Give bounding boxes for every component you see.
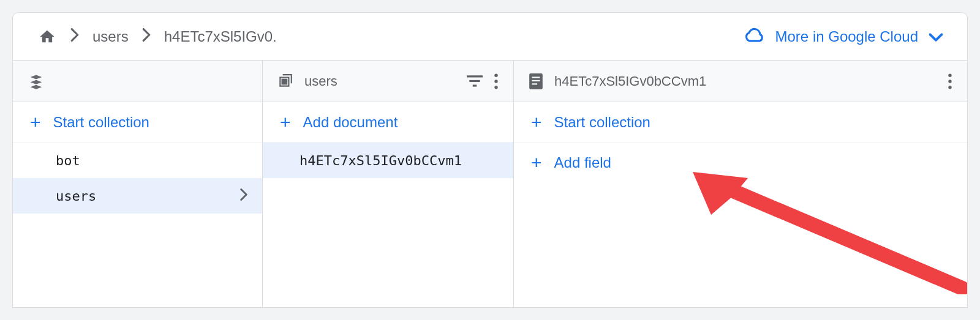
more-cloud-label: More in Google Cloud bbox=[775, 28, 918, 45]
add-field-button[interactable]: + Add field bbox=[514, 143, 967, 183]
top-bar: users h4ETc7xSl5IGv0. More in Google Clo… bbox=[13, 13, 967, 61]
column-collection-header: users bbox=[263, 61, 513, 102]
svg-point-11 bbox=[948, 73, 951, 76]
svg-rect-10 bbox=[532, 83, 538, 84]
column-document: h4ETc7xSl5IGv0bCCvm1 + Start collection … bbox=[514, 61, 967, 307]
chevron-right-icon bbox=[70, 28, 79, 45]
cloud-icon bbox=[744, 27, 764, 47]
firestore-panel: users h4ETc7xSl5IGv0. More in Google Clo… bbox=[12, 12, 968, 308]
svg-rect-3 bbox=[473, 84, 477, 86]
svg-rect-2 bbox=[469, 80, 480, 81]
svg-rect-9 bbox=[532, 80, 540, 81]
svg-point-12 bbox=[948, 80, 951, 83]
chevron-down-icon bbox=[929, 28, 943, 45]
collection-header-title: users bbox=[304, 73, 456, 89]
svg-rect-8 bbox=[532, 76, 540, 78]
action-label: Add document bbox=[303, 114, 398, 131]
svg-point-6 bbox=[494, 86, 497, 89]
plus-icon: + bbox=[531, 154, 542, 172]
breadcrumb-item-doc[interactable]: h4ETc7xSl5IGv0. bbox=[164, 28, 277, 45]
action-label: Add field bbox=[554, 154, 611, 171]
filter-icon[interactable] bbox=[467, 75, 483, 87]
breadcrumb: users h4ETc7xSl5IGv0. bbox=[37, 28, 277, 45]
plus-icon: + bbox=[30, 113, 41, 132]
action-label: Start collection bbox=[53, 114, 149, 131]
svg-rect-1 bbox=[467, 75, 483, 77]
svg-rect-0 bbox=[282, 78, 288, 84]
svg-point-13 bbox=[948, 86, 951, 89]
home-icon[interactable] bbox=[37, 28, 57, 45]
collection-item-bot[interactable]: bot bbox=[13, 143, 262, 178]
collection-label: users bbox=[56, 188, 96, 204]
column-root: + Start collection bot users bbox=[13, 61, 263, 307]
svg-point-4 bbox=[494, 73, 497, 76]
chevron-right-icon bbox=[240, 188, 247, 204]
action-label: Start collection bbox=[554, 114, 650, 131]
column-document-header: h4ETc7xSl5IGv0bCCvm1 bbox=[514, 61, 967, 102]
collection-item-users[interactable]: users bbox=[13, 178, 262, 214]
add-document-button[interactable]: + Add document bbox=[263, 102, 513, 143]
more-vert-icon[interactable] bbox=[948, 73, 952, 89]
more-vert-icon[interactable] bbox=[494, 73, 499, 89]
more-in-google-cloud-button[interactable]: More in Google Cloud bbox=[744, 27, 943, 47]
chevron-right-icon bbox=[142, 28, 151, 45]
plus-icon: + bbox=[531, 113, 542, 132]
plus-icon: + bbox=[280, 113, 291, 132]
database-root-icon bbox=[28, 73, 45, 90]
column-collection: users + Add document h4ETc7xSl5IGv0bCCvm… bbox=[263, 61, 514, 307]
collection-icon bbox=[277, 73, 293, 89]
start-collection-button-doc[interactable]: + Start collection bbox=[514, 102, 967, 143]
collection-label: bot bbox=[56, 153, 80, 168]
column-root-header bbox=[13, 61, 262, 102]
document-header-title: h4ETc7xSl5IGv0bCCvm1 bbox=[554, 73, 937, 89]
start-collection-button[interactable]: + Start collection bbox=[13, 102, 262, 143]
svg-point-5 bbox=[494, 80, 497, 83]
breadcrumb-item-users[interactable]: users bbox=[92, 28, 129, 45]
document-label: h4ETc7xSl5IGv0bCCvm1 bbox=[300, 153, 462, 168]
columns: + Start collection bot users users bbox=[13, 61, 967, 307]
document-icon bbox=[529, 73, 543, 89]
document-item[interactable]: h4ETc7xSl5IGv0bCCvm1 bbox=[263, 143, 513, 178]
